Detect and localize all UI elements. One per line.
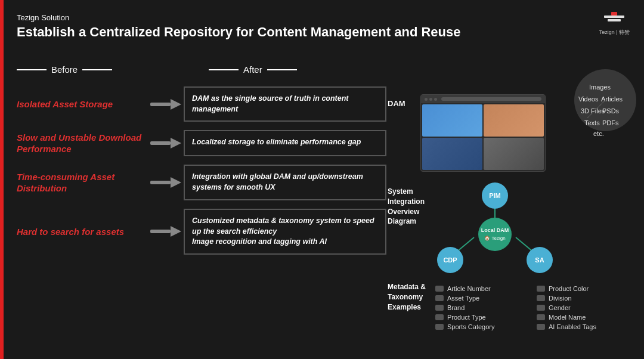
meta-label-9: Sports Category xyxy=(447,323,494,330)
meta-dot-3 xyxy=(435,295,444,301)
arrow-4 xyxy=(148,225,184,238)
svg-text:PDFs: PDFs xyxy=(602,119,619,126)
header: Tezign Solution Establish a Centralized … xyxy=(17,13,460,40)
svg-rect-5 xyxy=(150,141,171,145)
meta-dot-9 xyxy=(435,324,444,330)
meta-item-asset-type: Asset Type xyxy=(435,295,525,302)
after-label: After xyxy=(243,64,262,75)
svg-line-23 xyxy=(516,237,534,252)
before-text-2: Slow and Unstable Download Performance xyxy=(17,132,148,155)
browser-bar xyxy=(421,95,545,103)
meta-dot-4 xyxy=(537,295,545,301)
metadata-label: Metadata & Taxonomy Examples xyxy=(388,282,426,312)
svg-text:CDP: CDP xyxy=(443,256,457,264)
before-section-header: Before xyxy=(17,64,190,75)
meta-label-1: Article Number xyxy=(447,285,491,292)
arrow-2 xyxy=(148,137,184,150)
meta-dot-10 xyxy=(537,324,545,330)
browser-url-bar xyxy=(441,97,541,101)
svg-text:PIM: PIM xyxy=(489,192,501,199)
meta-item-brand: Brand xyxy=(435,304,525,311)
svg-rect-9 xyxy=(150,230,171,233)
before-label: Before xyxy=(51,64,78,75)
browser-img-2 xyxy=(484,104,544,137)
solution-label: Tezign Solution xyxy=(17,13,460,22)
meta-label-8: Model Name xyxy=(549,314,586,321)
browser-content xyxy=(421,103,545,171)
logo-text: Tezign | 特赞 xyxy=(599,29,630,36)
svg-text:etc.: etc. xyxy=(593,130,604,137)
before-text-1: Isolated Asset Storage xyxy=(17,98,148,110)
meta-dot-7 xyxy=(435,314,444,320)
meta-item-product-type: Product Type xyxy=(435,314,525,321)
meta-dot-5 xyxy=(435,305,444,311)
main-title: Establish a Centralized Repository for C… xyxy=(17,24,460,40)
svg-marker-6 xyxy=(171,138,181,148)
red-accent-bar xyxy=(0,0,4,359)
after-section-header: After xyxy=(209,64,297,75)
svg-text:3D Files: 3D Files xyxy=(581,107,605,114)
svg-rect-0 xyxy=(604,16,624,18)
row-4: Hard to search for assets Customized met… xyxy=(17,209,386,255)
browser-dot-1 xyxy=(425,98,428,101)
svg-rect-2 xyxy=(611,12,617,16)
svg-marker-10 xyxy=(171,226,181,237)
after-line-left xyxy=(209,69,239,70)
before-line-left xyxy=(17,69,47,70)
metadata-grid: Article Number Product Color Asset Type … xyxy=(435,285,626,330)
system-diagram: PIM Local DAM 🏠 Tezign CDP SA xyxy=(420,178,546,267)
meta-label-5: Brand xyxy=(447,304,465,311)
meta-label-3: Asset Type xyxy=(447,295,479,302)
meta-dot-6 xyxy=(537,305,545,311)
arrow-1 xyxy=(148,98,184,111)
logo-icon xyxy=(603,11,626,27)
svg-text:Articles: Articles xyxy=(601,95,623,103)
svg-line-22 xyxy=(456,237,474,252)
svg-text:Images: Images xyxy=(589,83,611,91)
meta-item-sports-category: Sports Category xyxy=(435,323,525,330)
before-after-header: Before After xyxy=(17,64,386,75)
meta-label-6: Gender xyxy=(549,304,571,311)
meta-label-10: AI Enabled Tags xyxy=(549,323,596,330)
meta-label-2: Product Color xyxy=(549,285,589,292)
before-line-right xyxy=(82,69,112,70)
svg-rect-7 xyxy=(150,181,171,184)
svg-rect-3 xyxy=(150,103,171,106)
meta-label-7: Product Type xyxy=(447,314,486,321)
row-3: Time-consuming Asset Distribution Integr… xyxy=(17,165,386,200)
before-text-4: Hard to search for assets xyxy=(17,226,148,238)
after-box-2: Localized storage to eliminate performan… xyxy=(184,130,386,156)
browser-img-4 xyxy=(484,138,544,170)
row-1: Isolated Asset Storage DAM as the single… xyxy=(17,86,386,122)
browser-dot-2 xyxy=(429,98,432,101)
system-integration-label: System Integration Overview Diagram xyxy=(388,187,425,227)
svg-marker-8 xyxy=(171,177,181,188)
svg-rect-1 xyxy=(608,19,621,21)
svg-text:🏠 Tezign: 🏠 Tezign xyxy=(484,235,505,241)
after-box-3: Integration with global DAM and up/downs… xyxy=(184,165,386,200)
browser-mockup xyxy=(420,94,546,172)
browser-img-3 xyxy=(422,138,482,170)
meta-item-product-color: Product Color xyxy=(537,285,626,292)
svg-text:PSDs: PSDs xyxy=(602,107,620,114)
meta-item-division: Division xyxy=(537,295,626,302)
logo: Tezign | 特赞 xyxy=(599,11,630,36)
browser-dot-3 xyxy=(434,98,437,101)
after-line-right xyxy=(267,69,297,70)
svg-text:Texts: Texts xyxy=(584,119,600,126)
right-panel: DAM Images Videos Articles 3D Files P xyxy=(388,64,632,357)
svg-text:Local DAM: Local DAM xyxy=(481,227,509,233)
meta-item-article-number: Article Number xyxy=(435,285,525,292)
svg-text:Videos: Videos xyxy=(578,95,599,103)
svg-text:SA: SA xyxy=(535,256,544,264)
meta-item-gender: Gender xyxy=(537,304,626,311)
dam-label: DAM xyxy=(388,99,405,108)
meta-dot-2 xyxy=(537,286,545,292)
row-2: Slow and Unstable Download Performance L… xyxy=(17,130,386,156)
meta-dot-1 xyxy=(435,286,444,292)
arrow-3 xyxy=(148,176,184,189)
meta-item-model-name: Model Name xyxy=(537,314,626,321)
meta-item-ai-tags: AI Enabled Tags xyxy=(537,323,626,330)
tags-bubble: Images Videos Articles 3D Files PSDs Tex… xyxy=(537,64,632,142)
after-box-4: Customized metadata & taxonomy system to… xyxy=(184,209,386,255)
